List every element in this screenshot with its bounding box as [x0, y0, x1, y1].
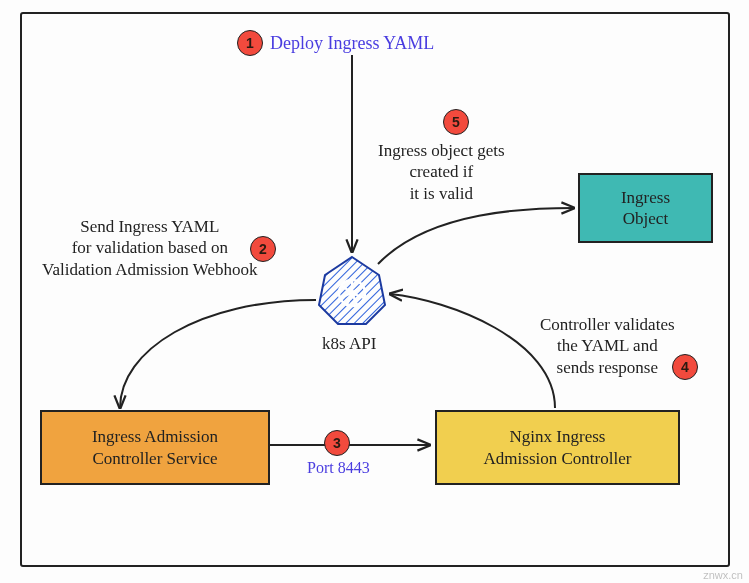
- k8s-api-label: k8s API: [322, 334, 376, 354]
- step2-label: Send Ingress YAML for validation based o…: [42, 216, 258, 280]
- step-badge-4: 4: [672, 354, 698, 380]
- step-badge-5: 5: [443, 109, 469, 135]
- node-ingress-object: Ingress Object: [578, 173, 713, 243]
- step5-label: Ingress object gets created if it is val…: [378, 140, 505, 204]
- node-nginx-controller: Nginx Ingress Admission Controller: [435, 410, 680, 485]
- step1-label: Deploy Ingress YAML: [270, 32, 434, 55]
- step-badge-2: 2: [250, 236, 276, 262]
- step3-label: Port 8443: [307, 458, 370, 478]
- node-admission-service: Ingress Admission Controller Service: [40, 410, 270, 485]
- watermark: znwx.cn: [703, 569, 743, 581]
- step4-label: Controller validates the YAML and sends …: [540, 314, 675, 378]
- step-badge-1: 1: [237, 30, 263, 56]
- step-badge-3: 3: [324, 430, 350, 456]
